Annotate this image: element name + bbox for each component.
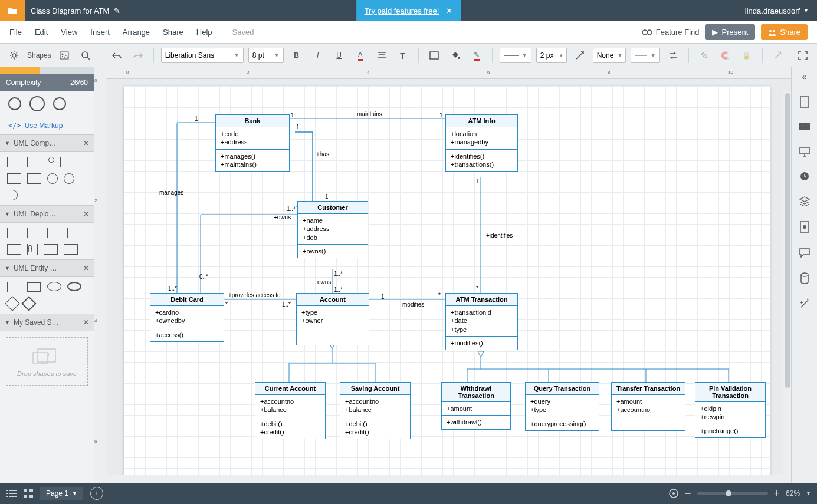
close-icon[interactable]: ✕ (83, 318, 89, 327)
text-format-icon[interactable]: T (395, 47, 411, 64)
shapes-settings-icon[interactable] (6, 47, 22, 64)
grid-view-icon[interactable] (24, 489, 33, 498)
drop-zone[interactable]: T Drop shapes to save (6, 337, 88, 386)
folder-icon[interactable] (0, 0, 25, 21)
close-icon[interactable]: ✕ (83, 264, 89, 272)
shape-icon[interactable] (7, 244, 21, 255)
label[interactable]: 1..* (168, 285, 177, 292)
comment-icon[interactable]: " (799, 123, 811, 132)
label[interactable]: +has (316, 151, 329, 157)
class-pin-validation[interactable]: Pin Validation Transaction +oldpin +newp… (695, 382, 766, 438)
label[interactable]: 1 (291, 112, 294, 118)
zoom-slider[interactable] (697, 492, 768, 495)
shape-icon[interactable] (7, 282, 21, 292)
label[interactable]: manages (159, 189, 183, 196)
class-bank[interactable]: Bank +code +address +manages() +maintain… (215, 114, 290, 172)
category-uml-comp[interactable]: ▼UML Comp…✕ (0, 134, 94, 152)
line-width-select[interactable]: 2 px♦ (536, 48, 567, 63)
class-customer[interactable]: Customer +name +address +dob +owns() (297, 201, 368, 258)
label[interactable]: 1 (439, 112, 443, 118)
class-withdrawl[interactable]: Withdrawl Transaction +amount +withdrawl… (441, 382, 511, 430)
swap-arrows-icon[interactable] (665, 47, 681, 64)
close-icon[interactable]: ✕ (83, 139, 89, 147)
redo-icon[interactable] (130, 47, 146, 64)
menu-help[interactable]: Help (196, 28, 212, 37)
zoom-caret-icon[interactable]: ▼ (806, 490, 811, 496)
shape-icon[interactable] (7, 228, 21, 238)
label[interactable]: maintains (357, 111, 382, 117)
promo-link[interactable]: Try paid features free! (365, 6, 439, 15)
shape-icon[interactable] (67, 282, 81, 291)
master-page-icon[interactable] (799, 220, 810, 233)
underline-icon[interactable]: U (331, 47, 347, 64)
magnet-icon[interactable]: 🧲 (717, 47, 734, 64)
label[interactable]: * (438, 292, 441, 298)
chat-icon[interactable] (799, 248, 811, 258)
zoom-in-icon[interactable]: + (774, 487, 780, 500)
shape-icon[interactable] (27, 157, 42, 167)
class-current-account[interactable]: Current Account +accountno +balance +deb… (255, 382, 326, 439)
fill-color-icon[interactable] (447, 47, 464, 64)
connector-type-icon[interactable] (572, 47, 588, 64)
menu-insert[interactable]: Insert (90, 28, 110, 37)
menu-view[interactable]: View (61, 28, 77, 37)
share-button[interactable]: Share (761, 24, 808, 40)
shape-icon[interactable] (64, 244, 78, 255)
edit-title-icon[interactable]: ✎ (114, 6, 120, 15)
shape-icon[interactable] (44, 244, 58, 255)
class-atm-info[interactable]: ATM Info +location +managedby +identifie… (445, 114, 518, 172)
category-uml-entity[interactable]: ▼UML Entity …✕ (0, 259, 94, 277)
shape-icon[interactable] (7, 157, 21, 167)
feature-find[interactable]: Feature Find (642, 28, 700, 37)
label[interactable]: 1 (325, 193, 329, 200)
class-query-transaction[interactable]: Query Transaction +query +type +querypro… (525, 382, 599, 431)
label[interactable]: modifies (402, 301, 424, 308)
label[interactable]: * (476, 285, 478, 292)
label[interactable]: 1 (381, 294, 385, 300)
doc-title[interactable]: Class Diagram for ATM (31, 6, 109, 15)
horizontal-scrollbar[interactable] (106, 475, 783, 483)
shape-icon[interactable] (60, 157, 74, 167)
label[interactable]: +provides access to (228, 292, 281, 298)
category-uml-deploy[interactable]: ▼UML Deplo…✕ (0, 205, 94, 223)
shape-icon[interactable]: {} (27, 244, 38, 255)
class-saving-account[interactable]: Saving Account +accountno +balance +debi… (340, 382, 411, 439)
bold-icon[interactable]: B (288, 47, 305, 64)
shape-icon[interactable] (7, 190, 18, 200)
shape-icon[interactable] (47, 282, 61, 291)
close-icon[interactable]: ✕ (83, 210, 89, 218)
label[interactable]: 1..* (334, 271, 343, 277)
align-icon[interactable] (373, 47, 390, 64)
italic-icon[interactable]: I (310, 47, 326, 64)
menu-share[interactable]: Share (163, 28, 183, 37)
shape-icon[interactable] (5, 296, 19, 311)
shape-circle-icon[interactable] (29, 96, 45, 111)
line-style-select[interactable]: ▼ (500, 48, 531, 63)
link-icon[interactable] (696, 47, 713, 64)
shape-icon[interactable] (27, 173, 41, 184)
magic-icon[interactable] (799, 298, 810, 309)
collapse-panel-icon[interactable]: « (802, 72, 807, 81)
shape-icon[interactable] (27, 282, 41, 292)
shape-icon[interactable] (7, 173, 21, 184)
diagram-page[interactable]: maintains 1 1 1 +has 1 1 manages 1..* 1.… (124, 86, 770, 475)
layers-icon[interactable] (799, 196, 811, 206)
class-debit-card[interactable]: Debit Card +cardno +ownedby +access() (150, 293, 224, 342)
search-icon[interactable] (77, 47, 94, 64)
page-settings-icon[interactable] (799, 95, 810, 108)
zoom-level[interactable]: 62% (786, 489, 800, 498)
magic-wand-icon[interactable] (770, 47, 786, 64)
shape-icon[interactable] (21, 296, 36, 311)
page-select[interactable]: Page 1▼ (40, 487, 83, 500)
add-page-icon[interactable]: + (90, 487, 103, 500)
list-view-icon[interactable] (6, 489, 17, 498)
use-markup-link[interactable]: </> Use Markup (0, 117, 94, 134)
shape-icon[interactable] (47, 173, 58, 184)
class-atm-transaction[interactable]: ATM Transaction +transactionid +date +ty… (445, 293, 518, 350)
shape-icon[interactable] (47, 228, 61, 238)
image-icon[interactable] (56, 47, 73, 64)
text-color-icon[interactable]: A (352, 47, 369, 64)
shapes-label[interactable]: Shapes (27, 51, 51, 60)
class-account[interactable]: Account +type +owner (296, 293, 369, 345)
shape-icon[interactable] (27, 228, 41, 238)
